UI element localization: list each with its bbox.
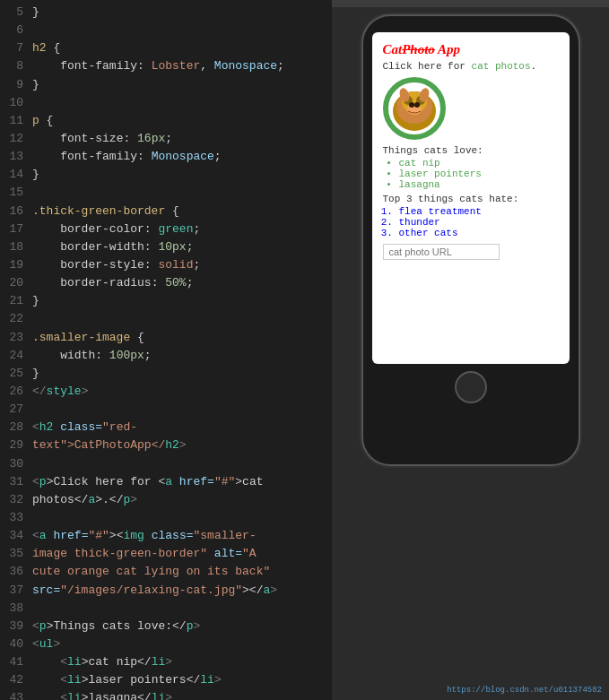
code-token: >laser pointers</ <box>82 673 201 687</box>
phone-frame: CatPhoto App Click here for cat photos. <box>363 16 579 464</box>
code-line-14: 14} <box>0 166 332 184</box>
code-line-12: 12 font-size: 16px; <box>0 130 332 148</box>
code-token: border-radius: <box>32 276 165 290</box>
code-token: font-family: <box>32 150 152 163</box>
code-token: img <box>123 529 151 542</box>
code-editor: 5}6 7h2 {8 font-family: Lobster, Monospa… <box>0 0 332 700</box>
code-token: > <box>193 619 200 633</box>
code-token: Monospace <box>214 59 277 73</box>
code-token: a <box>39 529 54 542</box>
line-number: 43 <box>7 689 32 700</box>
code-token: >< <box>109 529 124 542</box>
line-content: <p>Click here for <a href="#">cat <box>32 473 325 491</box>
line-content: <a href="#"><img class="smaller- <box>32 527 325 545</box>
line-content: .smaller-image { <box>32 329 325 347</box>
code-token: text <box>32 438 60 452</box>
code-token: >.</ <box>95 493 123 506</box>
code-token: "#" <box>88 529 109 542</box>
line-number: 7 <box>7 39 32 57</box>
code-token: class= <box>152 529 194 542</box>
code-token: ></ <box>242 583 263 597</box>
code-token: } <box>32 78 39 91</box>
code-token: p <box>39 475 47 488</box>
code-line-21: 21} <box>0 292 332 310</box>
line-content: cute orange cat lying on its back" <box>32 563 325 581</box>
code-line-20: 20 border-radius: 50%; <box>0 274 332 292</box>
line-number: 16 <box>7 203 32 220</box>
line-content: } <box>32 166 325 184</box>
code-token: { <box>53 41 60 55</box>
link-suffix: . <box>531 61 537 72</box>
bottom-link: https://blog.csdn.net/u011374582 <box>447 686 602 695</box>
line-content <box>32 22 325 39</box>
line-content: <ul> <box>32 635 325 653</box>
code-line-43: 43 <li>lasagna</li> <box>0 689 332 700</box>
code-token: 16px <box>137 132 165 145</box>
line-number: 17 <box>7 220 32 238</box>
line-number: 40 <box>7 635 32 653</box>
code-token: li <box>200 673 214 687</box>
code-token: < <box>32 637 39 651</box>
code-token: > <box>270 583 277 597</box>
code-token: a <box>165 475 179 488</box>
code-token: h2 <box>32 41 53 55</box>
code-token: { <box>47 114 54 127</box>
line-number: 41 <box>7 653 32 671</box>
code-token: .thick-green-border <box>32 204 172 218</box>
code-token: > <box>179 438 187 452</box>
code-token: >cat nip</ <box>82 655 152 669</box>
line-number: 8 <box>7 57 32 75</box>
code-line-42: 42 <li>laser pointers</li> <box>0 671 332 689</box>
code-token: >lasagna</ <box>82 691 152 700</box>
code-line-17: 17 border-color: green; <box>0 220 332 238</box>
code-token: border-style: <box>32 258 158 272</box>
code-token: ; <box>193 222 200 236</box>
cat-photo-url-input[interactable] <box>383 244 500 260</box>
line-number: 13 <box>7 148 32 166</box>
code-token: li <box>67 691 82 700</box>
code-token: "#" <box>214 475 235 488</box>
code-token: h2 <box>165 438 179 452</box>
line-number: 18 <box>7 238 32 256</box>
line-number: 19 <box>7 256 32 274</box>
code-token: { <box>137 331 144 344</box>
code-token: < <box>32 691 67 700</box>
code-token: } <box>32 168 39 181</box>
code-token: ; <box>214 150 222 163</box>
code-line-32: 32photos</a>.</p> <box>0 491 332 509</box>
code-token: solid <box>158 258 193 272</box>
code-line-29: 29text">CatPhotoApp</h2> <box>0 436 332 454</box>
code-line-31: 31<p>Click here for <a href="#">cat <box>0 473 332 491</box>
code-line-15: 15 <box>0 184 332 202</box>
code-line-23: 23.smaller-image { <box>0 329 332 347</box>
code-token: p <box>32 114 47 127</box>
line-number: 5 <box>7 4 32 22</box>
line-number: 14 <box>7 166 32 184</box>
line-number: 39 <box>7 618 32 635</box>
code-line-24: 24 width: 100px; <box>0 347 332 365</box>
line-number: 15 <box>7 184 32 202</box>
line-content <box>32 455 325 473</box>
code-line-9: 9} <box>0 76 332 94</box>
list-item: other cats <box>399 228 559 238</box>
line-number: 34 <box>7 527 32 545</box>
code-token: src= <box>32 583 60 597</box>
svg-point-6 <box>409 102 414 108</box>
cat-svg <box>388 82 440 134</box>
code-token: < <box>32 475 39 488</box>
line-number: 36 <box>7 563 32 581</box>
cat-photos-link[interactable]: cat photos <box>472 61 531 72</box>
line-content: src="/images/relaxing-cat.jpg"></a> <box>32 582 325 600</box>
line-number: 28 <box>7 419 32 436</box>
line-content: <li>lasagna</li> <box>32 689 325 700</box>
line-content: p { <box>32 112 325 130</box>
code-token: ul <box>39 637 54 651</box>
line-number: 21 <box>7 292 32 310</box>
phone-screen: CatPhoto App Click here for cat photos. <box>372 32 570 364</box>
code-token: border-color: <box>32 222 158 236</box>
line-content: <p>Things cats love:</p> <box>32 618 325 635</box>
line-content: h2 { <box>32 39 325 57</box>
code-token: p <box>39 619 47 633</box>
code-line-10: 10 <box>0 94 332 112</box>
code-token: li <box>67 655 82 669</box>
